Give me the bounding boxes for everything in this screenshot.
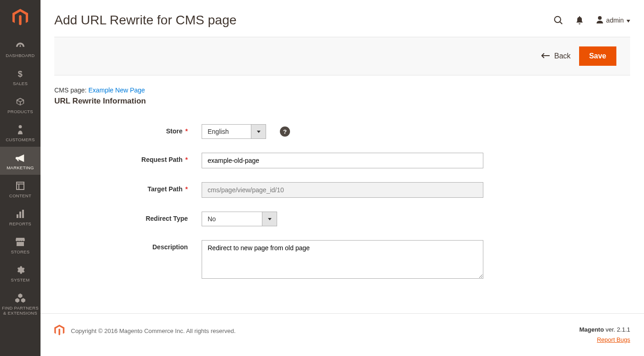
sidebar-item-label: FIND PARTNERS & EXTENSIONS xyxy=(2,305,39,316)
save-button[interactable]: Save xyxy=(579,46,616,66)
chevron-down-icon[interactable] xyxy=(251,124,266,139)
redirect-type-value: No xyxy=(202,212,262,226)
svg-rect-3 xyxy=(22,210,24,218)
sidebar: DASHBOARD $ SALES PRODUCTS CUSTOMERS MAR… xyxy=(0,0,41,356)
admin-label: admin xyxy=(606,17,624,24)
user-icon xyxy=(596,16,603,25)
version-text: 2.1.1 xyxy=(617,326,630,333)
megaphone-icon xyxy=(15,153,25,163)
breadcrumb: CMS page: Example New Page xyxy=(54,86,630,94)
chevron-down-icon[interactable] xyxy=(262,212,277,226)
store-select-value: English xyxy=(202,124,251,139)
breadcrumb-prefix: CMS page: xyxy=(54,86,88,94)
sidebar-item-content[interactable]: CONTENT xyxy=(0,175,41,203)
sidebar-item-label: CONTENT xyxy=(9,193,31,198)
back-label: Back xyxy=(554,52,571,60)
svg-text:$: $ xyxy=(18,69,23,78)
bell-icon[interactable] xyxy=(576,16,583,24)
store-select[interactable]: English xyxy=(202,124,266,139)
sidebar-item-label: CUSTOMERS xyxy=(6,137,35,142)
magento-logo[interactable] xyxy=(0,0,41,34)
magento-logo-icon xyxy=(12,9,28,26)
sidebar-item-stores[interactable]: STORES xyxy=(0,231,41,259)
storefront-icon xyxy=(16,237,25,247)
sidebar-item-label: SALES xyxy=(13,81,28,86)
help-icon[interactable]: ? xyxy=(280,126,290,137)
version-prefix: ver. xyxy=(604,326,617,333)
request-path-input[interactable] xyxy=(202,153,483,168)
back-button[interactable]: Back xyxy=(541,52,571,60)
request-path-label: Request Path* xyxy=(54,153,202,163)
sidebar-item-partners[interactable]: FIND PARTNERS & EXTENSIONS xyxy=(0,287,41,320)
redirect-type-select[interactable]: No xyxy=(202,212,277,226)
gear-icon xyxy=(16,265,25,275)
sidebar-item-label: STORES xyxy=(11,249,30,254)
topbar: Add URL Rewrite for CMS page admin xyxy=(41,0,644,37)
sidebar-item-customers[interactable]: CUSTOMERS xyxy=(0,119,41,147)
sidebar-item-label: MARKETING xyxy=(6,165,34,170)
box-icon xyxy=(16,97,25,107)
sidebar-item-label: REPORTS xyxy=(9,221,31,226)
svg-rect-2 xyxy=(19,212,21,218)
footer: Copyright © 2016 Magento Commerce Inc. A… xyxy=(41,313,644,356)
cubes-icon xyxy=(15,293,25,303)
layout-icon xyxy=(16,181,24,191)
required-asterisk: * xyxy=(186,127,188,135)
cms-page-link[interactable]: Example New Page xyxy=(88,86,145,94)
arrow-left-icon xyxy=(541,52,550,60)
sidebar-item-products[interactable]: PRODUCTS xyxy=(0,91,41,119)
sidebar-item-marketing[interactable]: MARKETING xyxy=(0,147,41,175)
page-title: Add URL Rewrite for CMS page xyxy=(54,13,237,28)
description-textarea[interactable] xyxy=(202,240,483,279)
store-label: Store* xyxy=(54,124,202,135)
redirect-type-label: Redirect Type xyxy=(54,212,202,222)
sidebar-item-label: SYSTEM xyxy=(11,277,30,282)
copyright-text: Copyright © 2016 Magento Commerce Inc. A… xyxy=(71,327,236,334)
required-asterisk: * xyxy=(186,156,188,163)
admin-menu[interactable]: admin xyxy=(596,16,630,25)
report-bugs-link[interactable]: Report Bugs xyxy=(597,336,630,343)
svg-rect-1 xyxy=(17,214,18,218)
target-path-label: Target Path* xyxy=(54,182,202,193)
target-path-input xyxy=(202,182,483,198)
sidebar-item-system[interactable]: SYSTEM xyxy=(0,259,41,287)
sidebar-item-reports[interactable]: REPORTS xyxy=(0,203,41,231)
magento-logo-icon xyxy=(54,325,64,337)
sidebar-item-label: PRODUCTS xyxy=(7,109,33,114)
section-title: URL Rewrite Information xyxy=(54,97,630,106)
actionbar: Back Save xyxy=(54,37,630,75)
bars-icon xyxy=(16,209,24,219)
sidebar-item-dashboard[interactable]: DASHBOARD xyxy=(0,34,41,63)
dollar-icon: $ xyxy=(17,69,23,79)
sidebar-item-sales[interactable]: $ SALES xyxy=(0,63,41,91)
gauge-icon xyxy=(15,40,25,51)
product-name: Magento xyxy=(579,326,603,333)
search-icon[interactable] xyxy=(554,16,563,25)
person-icon xyxy=(17,125,23,135)
required-asterisk: * xyxy=(186,185,188,193)
sidebar-item-label: DASHBOARD xyxy=(6,53,35,58)
chevron-down-icon xyxy=(627,17,630,24)
description-label: Description xyxy=(54,240,202,251)
